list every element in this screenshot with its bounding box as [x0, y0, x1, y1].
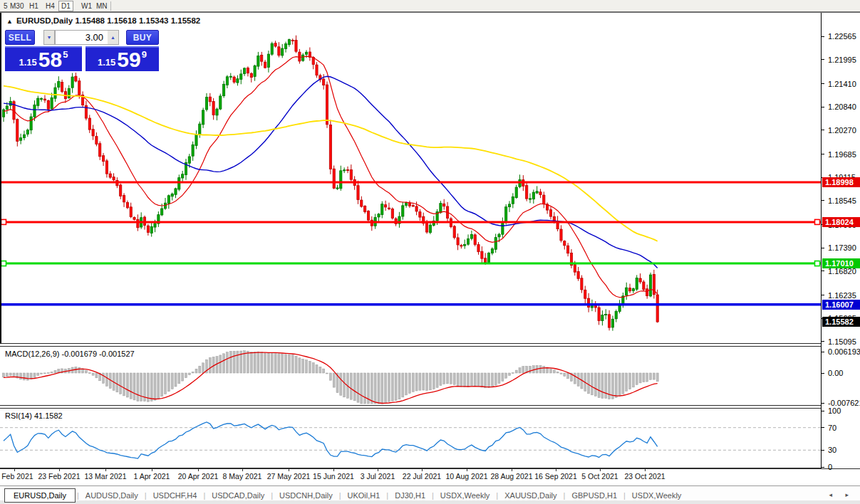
price-axis-tick: 1.16235: [828, 291, 856, 300]
candle: [526, 183, 528, 201]
date-axis-tickmark: [600, 469, 601, 471]
timeframe-button-MN[interactable]: MN: [93, 1, 110, 11]
price-level-label: 1.15582: [822, 317, 860, 327]
candle: [656, 290, 658, 323]
horizontal-line-1.18024[interactable]: [0, 219, 821, 224]
volume-decrease-button[interactable]: ▼: [43, 30, 55, 45]
candle: [388, 203, 390, 211]
chart-ohlc-values: 1.15488 1.15618 1.15343 1.15582: [75, 16, 200, 25]
buy-price-base: 1.15: [98, 57, 115, 68]
candle: [423, 213, 425, 226]
macd-indicator-label: MACD(12,26,9) -0.001679 -0.001527: [5, 350, 135, 358]
price-axis[interactable]: 1.225651.219951.214101.208401.202701.196…: [821, 13, 860, 468]
candle: [464, 240, 466, 249]
candle: [147, 224, 149, 236]
timeframe-button-H4[interactable]: H4: [43, 1, 58, 11]
date-axis-tickmark: [152, 469, 152, 471]
date-axis-label: 28 Aug 2021: [491, 472, 533, 481]
candle: [212, 98, 214, 120]
candle: [223, 81, 225, 98]
candle: [391, 207, 393, 219]
chart-tab-USDCAD-Daily[interactable]: USDCAD,Daily: [205, 489, 271, 502]
candle: [267, 51, 269, 73]
horizontal-line-1.17010[interactable]: [0, 261, 821, 266]
candle: [649, 273, 651, 298]
timeframe-button-M30[interactable]: M30: [7, 1, 26, 11]
macd-axis-tick-mark: [822, 403, 824, 404]
chart-tab-USDCHF-H4[interactable]: USDCHF,H4: [147, 489, 204, 502]
line-handle[interactable]: [1, 261, 6, 266]
chart-tab-USDX-Weekly[interactable]: USDX,Weekly: [626, 489, 688, 502]
chart-tab-UKOil-H1[interactable]: UKOil,H1: [341, 489, 387, 502]
chart-tab-XAUUSD-Daily[interactable]: XAUUSD,Daily: [498, 489, 563, 502]
date-axis-label: 23 Feb 2021: [38, 472, 81, 481]
candle: [329, 120, 331, 174]
buy-price-display[interactable]: 1.15599: [86, 46, 159, 71]
candle: [171, 193, 173, 201]
collapse-panel-icon[interactable]: ▲: [6, 18, 13, 25]
candle: [636, 275, 638, 290]
chart-tab-AUDUSD-Daily[interactable]: AUDUSD,Daily: [79, 489, 145, 502]
price-axis-tick: 1.18545: [828, 196, 856, 205]
rsi-pane-canvas[interactable]: [0, 409, 821, 468]
candle: [167, 194, 170, 209]
candle: [556, 216, 559, 231]
candle: [195, 130, 197, 149]
price-axis-tick: 1.20270: [828, 126, 856, 135]
candle: [408, 201, 410, 208]
chart-tab-EURUSD-Daily[interactable]: EURUSD,Daily: [4, 488, 76, 503]
macd-axis-tick-mark: [822, 352, 824, 352]
macd-histogram: [3, 351, 659, 404]
candle: [419, 209, 421, 221]
date-axis-label: 23 Oct 2021: [624, 472, 665, 481]
candle: [357, 181, 359, 204]
timeframe-button-H1[interactable]: H1: [26, 1, 41, 11]
candle: [120, 184, 122, 199]
tab-scroll-arrows[interactable]: ◂ ▸: [829, 491, 854, 498]
candle: [133, 216, 135, 221]
candle: [584, 286, 586, 304]
candle: [240, 70, 242, 85]
price-axis-tick: 1.19685: [828, 150, 856, 159]
candle: [164, 198, 166, 210]
candle: [457, 233, 459, 250]
timeframe-button-D1[interactable]: D1: [58, 1, 73, 11]
price-axis-tickmark: [822, 107, 824, 107]
candle: [274, 41, 276, 48]
date-axis-label: 1 Apr 2021: [134, 472, 170, 481]
date-axis-tickmark: [378, 469, 378, 471]
timeframe-button-W1[interactable]: W1: [78, 1, 95, 11]
chart-tab-GBPUSD-H1[interactable]: GBPUSD,H1: [565, 489, 623, 502]
line-handle[interactable]: [1, 219, 6, 224]
line-handle[interactable]: [815, 219, 820, 224]
volume-increase-button[interactable]: ▲: [108, 30, 119, 45]
chart-tab-DJ30-H1[interactable]: DJ30,H1: [388, 489, 432, 502]
trading-terminal: 5M30H1H4D1W1MN ▲EURUSD,Daily 1.15488 1.1…: [0, 0, 860, 504]
candle: [643, 280, 645, 290]
candle: [233, 75, 235, 83]
macd-axis-tick: 0.006193: [828, 347, 860, 356]
candle: [54, 83, 56, 102]
date-axis-label: 16 Sep 2021: [534, 472, 577, 481]
line-handle[interactable]: [815, 261, 820, 266]
candle: [385, 201, 387, 211]
date-axis-label: 10 Aug 2021: [446, 472, 488, 481]
price-axis-tickmark: [822, 341, 824, 342]
date-axis[interactable]: 4 Feb 202123 Feb 202113 Mar 20211 Apr 20…: [0, 469, 821, 485]
candle: [567, 243, 569, 256]
candle: [26, 129, 29, 137]
candle: [470, 231, 472, 241]
buy-button[interactable]: BUY: [126, 30, 159, 45]
chart-tab-USDCNH-Daily[interactable]: USDCNH,Daily: [273, 489, 339, 502]
candle: [333, 166, 335, 189]
candle: [85, 101, 87, 121]
sell-button[interactable]: SELL: [5, 30, 35, 45]
date-axis-tickmark: [645, 469, 646, 471]
candle: [577, 267, 579, 281]
candle: [350, 164, 352, 182]
candle: [20, 134, 22, 145]
candle: [257, 52, 259, 70]
sell-price-display[interactable]: 1.15585: [5, 46, 82, 71]
chart-tab-USDX-Weekly[interactable]: USDX,Weekly: [434, 489, 496, 502]
volume-input[interactable]: [55, 30, 108, 45]
